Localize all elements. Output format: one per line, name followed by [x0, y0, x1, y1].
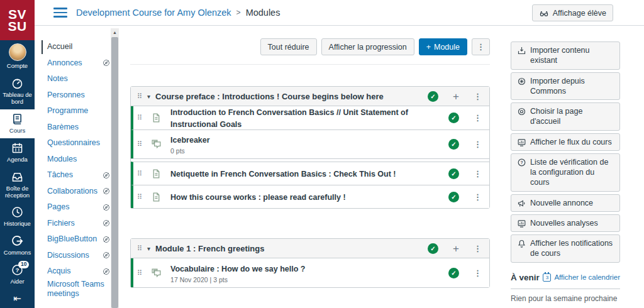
item-kebab-icon[interactable]: ⋮ — [474, 269, 482, 277]
collapse-caret-icon[interactable]: ▾ — [147, 93, 150, 100]
item-kebab-icon[interactable]: ⋮ — [474, 140, 482, 148]
collapse-caret-icon[interactable]: ▾ — [147, 245, 150, 252]
drag-handle-icon[interactable]: ⠿ — [137, 170, 142, 177]
course-nav-syllabus[interactable]: Programme — [47, 103, 110, 119]
published-check-icon[interactable]: ✓ — [448, 192, 459, 202]
module-french-greetings: ⠿ ▾ Module 1 : French greetings ✓ + ⋮ ⠿ … — [130, 238, 490, 288]
view-course-stream-button[interactable]: Afficher le flux du cours — [511, 133, 620, 151]
hidden-eye-icon — [103, 204, 110, 211]
nav-label-courses: Cours — [9, 128, 25, 135]
module-kebab-icon[interactable]: ⋮ — [474, 92, 482, 101]
nav-item-help[interactable]: ? 10 Aider — [0, 260, 35, 289]
course-nav-bigbluebutton[interactable]: BigBlueButton — [47, 231, 110, 248]
add-module-button[interactable]: + Module — [419, 38, 467, 55]
collapse-global-nav-button[interactable]: ⇤ — [0, 293, 35, 304]
item-kebab-icon[interactable]: ⋮ — [474, 114, 482, 122]
course-nav-outcomes[interactable]: Acquis — [47, 263, 110, 280]
drag-handle-icon[interactable]: ⠿ — [137, 270, 142, 277]
module-item[interactable]: ⠿ Icebreaker 0 pts ✓ ⋮ — [131, 129, 489, 158]
course-nav-modules[interactable]: Modules — [47, 151, 110, 168]
breadcrumb: Development Course for Amy Olenzek > Mod… — [76, 8, 280, 18]
import-from-commons-button[interactable]: Importer depuis Commons — [511, 72, 620, 101]
nav-item-history[interactable]: Historique — [0, 202, 35, 231]
nav-item-account[interactable]: Compte — [0, 40, 35, 74]
module-kebab-icon[interactable]: ⋮ — [474, 245, 482, 253]
import-existing-content-button[interactable]: Importer contenu existant — [511, 41, 620, 70]
drag-handle-icon[interactable]: ⠿ — [137, 114, 142, 121]
logo-line-2: SU — [8, 20, 26, 32]
published-check-icon[interactable]: ✓ — [448, 113, 459, 123]
published-check-icon[interactable]: ✓ — [448, 268, 459, 278]
drag-handle-icon[interactable]: ⠿ — [137, 245, 142, 252]
page-icon — [151, 113, 162, 123]
drag-handle-icon[interactable]: ⠿ — [137, 194, 142, 201]
nav-item-commons[interactable]: Commons — [0, 231, 35, 260]
plus-icon: + — [426, 43, 431, 52]
item-title-link[interactable]: How this course works : please read care… — [170, 193, 346, 202]
course-nav-files[interactable]: Fichiers — [47, 216, 110, 232]
course-nav-announcements[interactable]: Annonces — [47, 55, 110, 72]
module-header[interactable]: ⠿ ▾ Module 1 : French greetings ✓ + ⋮ — [131, 239, 489, 258]
student-view-button[interactable]: Affichage élève — [532, 4, 613, 21]
published-check-icon[interactable]: ✓ — [448, 139, 459, 150]
module-item[interactable]: ⠿ Netiquette in French Conversation Basi… — [131, 162, 489, 185]
item-title-link[interactable]: Introduction to French Conversation Basi… — [170, 108, 408, 129]
item-title-link[interactable]: Icebreaker — [170, 136, 210, 145]
drag-handle-icon[interactable]: ⠿ — [137, 141, 142, 148]
hidden-eye-icon — [103, 219, 110, 227]
course-nav-scrollbar[interactable]: ▲ — [111, 28, 119, 308]
breadcrumb-course-link[interactable]: Development Course for Amy Olenzek — [76, 8, 231, 18]
published-check-icon[interactable]: ✓ — [428, 243, 438, 254]
modules-main-content: Tout réduire Afficher la progression + M… — [130, 35, 490, 288]
coming-up-empty-text: Rien pour la semaine prochaine — [511, 294, 620, 303]
published-check-icon[interactable]: ✓ — [428, 91, 438, 102]
module-item[interactable]: ⠿ Vocabulaire : How do we say hello ? 17… — [131, 258, 489, 287]
view-calendar-link[interactable]: 3 Afficher le calendrier — [543, 273, 620, 282]
module-header[interactable]: ⠿ ▾ Course preface : Introductions ! Cou… — [131, 87, 489, 106]
nav-item-calendar[interactable]: Agenda — [0, 138, 35, 167]
coming-up-title: À venir — [511, 273, 540, 282]
new-announcement-button[interactable]: Nouvelle annonce — [511, 194, 620, 212]
course-nav-pages[interactable]: Pages — [47, 199, 110, 216]
nav-label-commons: Commons — [4, 250, 31, 256]
analytics-icon — [517, 138, 526, 147]
published-check-icon[interactable]: ✓ — [448, 168, 459, 179]
course-navigation: Accueil Annonces Notes Personnes Program… — [47, 39, 110, 299]
course-nav-assignments[interactable]: Tâches — [47, 167, 110, 184]
page-icon — [151, 168, 162, 179]
svsu-logo[interactable]: SV SU — [0, 0, 35, 40]
add-item-icon[interactable]: + — [453, 243, 459, 254]
course-nav-collaborations[interactable]: Collaborations — [47, 184, 110, 200]
nav-item-inbox[interactable]: Boîte de réception — [0, 167, 35, 203]
scrollbar-up-arrow[interactable]: ▲ — [111, 28, 119, 36]
nav-item-dashboard[interactable]: Tableau de bord — [0, 74, 35, 109]
course-nav-home[interactable]: Accueil — [47, 39, 110, 55]
course-setup-checklist-button[interactable]: ? Liste de vérification de la configurat… — [511, 153, 620, 192]
hamburger-menu-icon[interactable] — [53, 5, 67, 20]
item-title-link[interactable]: Netiquette in French Conversation Basics… — [170, 170, 396, 179]
item-kebab-icon[interactable]: ⋮ — [474, 193, 482, 201]
add-item-icon[interactable]: + — [453, 91, 459, 102]
view-progress-button[interactable]: Afficher la progression — [321, 38, 414, 55]
view-course-notifications-button[interactable]: Afficher les notifications de cours — [511, 234, 620, 263]
new-analytics-button[interactable]: Nouvelles analyses — [511, 214, 620, 232]
choose-home-page-button[interactable]: Choisir la page d'accueil — [511, 102, 620, 131]
collapse-all-button[interactable]: Tout réduire — [260, 38, 317, 55]
nav-label-help: Aider — [10, 278, 24, 285]
module-item[interactable]: ⠿ Introduction to French Conversation Ba… — [131, 106, 489, 129]
course-nav-grades[interactable]: Notes — [47, 71, 110, 87]
item-kebab-icon[interactable]: ⋮ — [474, 170, 482, 178]
import-icon — [517, 46, 526, 55]
modules-options-kebab-button[interactable]: ⋮ — [472, 38, 490, 55]
course-nav-discussions[interactable]: Discussions — [47, 248, 110, 264]
course-nav-ms-teams[interactable]: Microsoft Teams meetings — [47, 280, 110, 299]
course-nav-people[interactable]: Personnes — [47, 87, 110, 104]
hidden-eye-icon — [103, 59, 110, 67]
nav-item-courses[interactable]: Cours — [0, 109, 35, 138]
module-item[interactable]: ⠿ How this course works : please read ca… — [131, 185, 489, 208]
scrollbar-thumb[interactable] — [111, 37, 118, 308]
item-title-link[interactable]: Vocabulaire : How do we say hello ? — [170, 265, 305, 273]
course-nav-quizzes[interactable]: Questionnaires — [47, 135, 110, 151]
drag-handle-icon[interactable]: ⠿ — [137, 93, 142, 100]
course-nav-rubrics[interactable]: Barèmes — [47, 119, 110, 136]
